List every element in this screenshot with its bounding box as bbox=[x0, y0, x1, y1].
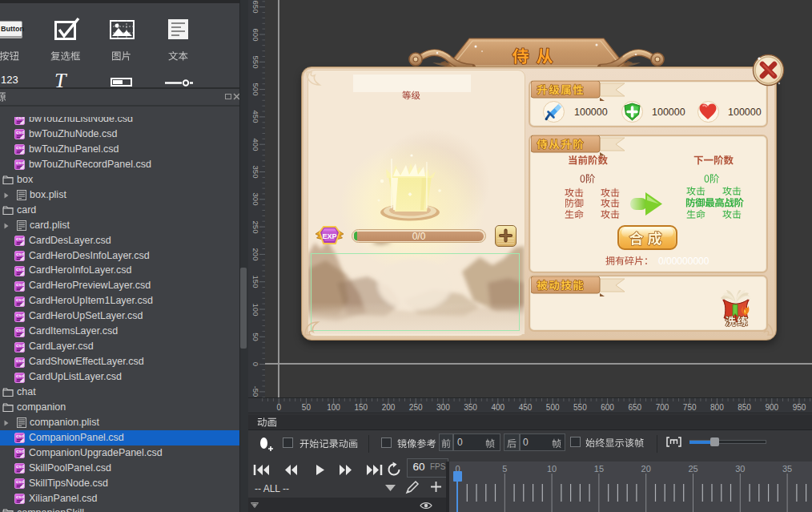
svg-text:EXP: EXP bbox=[322, 232, 336, 240]
